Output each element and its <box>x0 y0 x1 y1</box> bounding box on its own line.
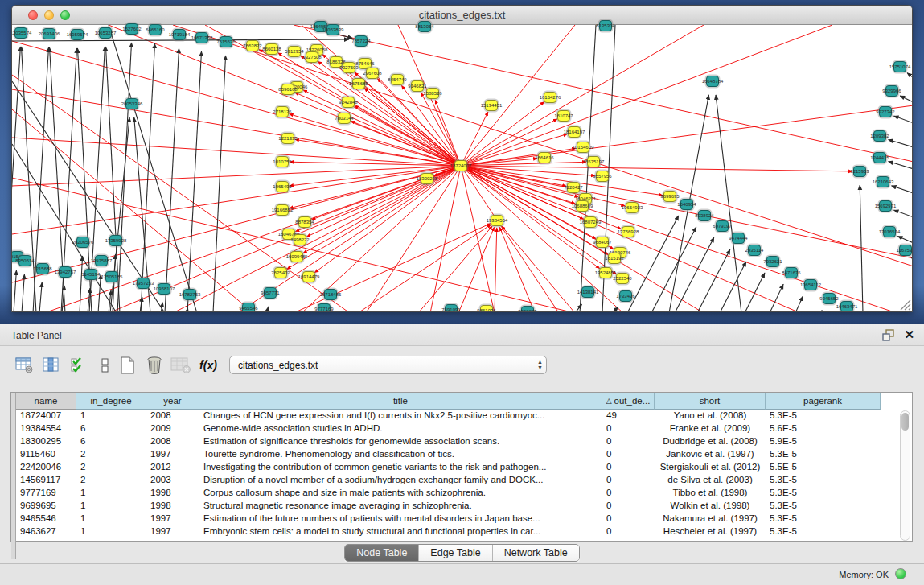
graph-node[interactable]: 1664616 <box>538 152 551 163</box>
scrollbar-thumb[interactable] <box>901 413 909 431</box>
graph-node[interactable]: 7691091 <box>445 304 458 312</box>
table-row[interactable]: 946554611997Estimation of the future num… <box>16 513 881 525</box>
float-panel-icon[interactable] <box>882 329 895 341</box>
graph-node[interactable]: 18724007 <box>454 160 467 171</box>
network-window-titlebar[interactable]: citations_edges.txt <box>12 6 912 25</box>
graph-node[interactable]: 1145194 <box>84 269 97 280</box>
graph-node[interactable]: 1610747 <box>557 110 570 122</box>
graph-node[interactable]: 19166852 <box>276 204 289 216</box>
table-row[interactable]: 911546021997Tourette syndrome. Phenomeno… <box>16 448 881 461</box>
graph-node[interactable]: 8454749 <box>391 74 404 85</box>
graph-node[interactable]: 8938924 <box>698 210 711 221</box>
graph-node[interactable]: 9327503 <box>343 62 355 73</box>
graph-node[interactable]: 9777169 <box>318 303 331 312</box>
graph-node[interactable]: 1244415 <box>873 152 886 163</box>
vertical-scrollbar[interactable] <box>900 410 910 541</box>
graph-node[interactable]: 9327508 <box>306 51 318 63</box>
column-header-out_de[interactable]: △out_de... <box>602 393 655 410</box>
table-settings-icon[interactable] <box>14 354 35 377</box>
table-row[interactable]: 946362711997Embryonic stem cells: a mode… <box>16 525 881 538</box>
table-row[interactable]: 1830029562008Estimation of significance … <box>16 435 881 448</box>
graph-node[interactable]: 17957253 <box>137 278 150 289</box>
graph-node[interactable]: 19384554 <box>491 215 503 226</box>
table-row[interactable]: 977716911998Corpus callosum shape and si… <box>16 487 881 500</box>
graph-node[interactable]: 2935114 <box>748 245 761 256</box>
graph-node[interactable]: 16959574 <box>71 29 84 40</box>
graph-node[interactable]: 13756928 <box>622 226 634 237</box>
row-height-icon[interactable] <box>95 354 116 377</box>
graph-node[interactable]: 16210643 <box>877 176 889 187</box>
graph-node[interactable]: 7625402 <box>274 267 287 278</box>
graph-node[interactable]: 8471676 <box>785 267 798 278</box>
graph-node[interactable]: 19654923 <box>626 202 639 213</box>
graph-node[interactable]: 7663822 <box>246 40 259 51</box>
table-row[interactable]: 1872400712008Changes of HCN gene express… <box>16 410 881 422</box>
graph-node[interactable]: 20206576 <box>76 237 89 248</box>
graph-node[interactable]: 9474444 <box>732 233 745 244</box>
graph-node[interactable]: 9245652 <box>823 293 836 304</box>
graph-node[interactable]: 7857224 <box>355 35 368 47</box>
graph-node[interactable]: 20691406 <box>43 28 55 39</box>
graph-node[interactable]: 10654112 <box>804 279 817 290</box>
graph-node[interactable]: 1615192 <box>608 253 621 264</box>
graph-node[interactable]: 7932621 <box>766 256 779 267</box>
graph-node[interactable]: 16099489 <box>290 251 303 262</box>
graph-node[interactable]: 18164197 <box>568 126 581 138</box>
graph-node[interactable]: 9146821 <box>411 80 424 92</box>
graph-node[interactable]: 9857771 <box>264 287 277 299</box>
graph-node[interactable]: 2967608 <box>366 68 379 79</box>
graph-node[interactable]: 13942757 <box>59 266 72 278</box>
graph-node[interactable]: 8990225 <box>521 306 534 312</box>
graph-node[interactable]: 1527602 <box>125 23 138 35</box>
network-window[interactable]: citations_edges.txt 12035574206914061695… <box>11 5 913 312</box>
graph-node[interactable]: 1640954 <box>680 199 693 210</box>
graph-node[interactable]: 15134451 <box>485 100 498 111</box>
graph-node[interactable]: 16671358 <box>195 32 208 43</box>
graph-node[interactable]: 16463471 <box>840 301 853 312</box>
graph-node[interactable]: 1010755 <box>276 156 289 167</box>
graph-node[interactable]: 8878354 <box>298 216 311 228</box>
table-row[interactable]: 969969511998Structural magnetic resonanc… <box>16 500 881 513</box>
graph-node[interactable]: 16807249 <box>584 216 597 228</box>
graph-node[interactable]: 1167533 <box>899 245 912 256</box>
column-header-year[interactable]: year <box>146 393 199 410</box>
graph-node[interactable]: 15692971 <box>879 200 892 212</box>
graph-node[interactable]: 7515526 <box>220 36 232 47</box>
graph-node[interactable]: 1733426 <box>619 290 632 302</box>
graph-node[interactable]: 9227342 <box>879 106 892 117</box>
tab-edge-table[interactable]: Edge Table <box>419 545 492 561</box>
close-panel-icon[interactable]: ✕ <box>904 328 914 342</box>
graph-node[interactable]: 10653287 <box>99 27 112 39</box>
toggle-visibility-checklist-icon[interactable] <box>68 354 88 377</box>
graph-node[interactable]: 18053839 <box>326 24 339 35</box>
table-row[interactable]: 2242004622012Investigating the contribut… <box>16 461 881 474</box>
tab-node-table[interactable]: Node Table <box>345 545 419 561</box>
graph-node[interactable]: 16164276 <box>544 92 556 103</box>
graph-node[interactable]: 12035574 <box>14 27 27 39</box>
graph-node[interactable]: 9242848 <box>342 97 355 108</box>
graph-node[interactable]: 19524851 <box>599 267 612 278</box>
graph-node[interactable]: 17359928 <box>109 235 122 246</box>
graph-node[interactable]: 9684067 <box>596 237 609 248</box>
select-columns-icon[interactable] <box>41 354 62 377</box>
graph-node[interactable]: 1588526 <box>426 88 439 99</box>
graph-node[interactable]: 5675685 <box>352 78 365 89</box>
graph-node[interactable]: 15718485 <box>324 289 337 300</box>
graph-node[interactable]: 8813054 <box>418 21 431 32</box>
graph-node[interactable]: 1209382 <box>873 130 886 142</box>
graph-node[interactable]: 8135304 <box>599 20 612 31</box>
graph-node[interactable]: 10975887 <box>95 255 108 266</box>
graph-node[interactable]: 8596168 <box>281 84 294 95</box>
table-row[interactable]: 1456911722003Disruption of a novel membe… <box>16 474 881 487</box>
graph-node[interactable]: 2718126 <box>276 106 289 117</box>
graph-node[interactable]: 9465546 <box>242 303 255 312</box>
table-row[interactable]: 1938455462009Genome-wide association stu… <box>16 422 881 435</box>
attribute-table[interactable]: namein_degreeyeartitle△out_de...shortpag… <box>10 392 913 542</box>
network-canvas[interactable]: 1203557420691406169595741065328715276026… <box>12 25 913 312</box>
function-builder-icon[interactable]: f(x) <box>198 354 219 377</box>
graph-node[interactable]: 9557956 <box>596 171 609 182</box>
graph-node[interactable]: 15751074 <box>893 61 906 72</box>
tab-network-table[interactable]: Network Table <box>493 545 579 561</box>
column-header-pagerank[interactable]: pagerank <box>766 393 881 410</box>
graph-node[interactable]: 1221338 <box>281 133 294 144</box>
